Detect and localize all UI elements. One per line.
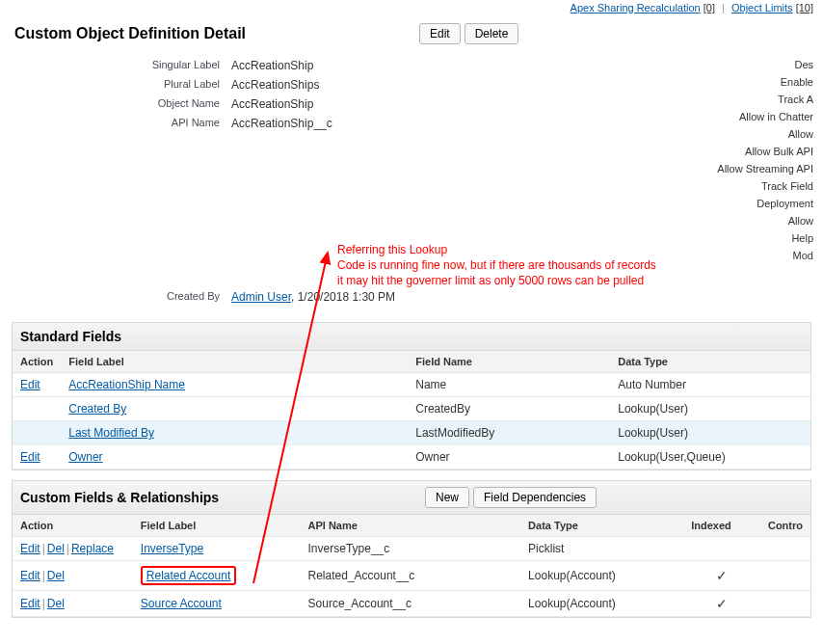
edit-link[interactable]: Edit xyxy=(20,378,40,391)
table-row: Created ByCreatedByLookup(User) xyxy=(13,397,810,421)
edit-link[interactable]: Edit xyxy=(20,450,40,464)
replace-link[interactable]: Replace xyxy=(71,542,114,555)
object-name-lbl: Object Name xyxy=(0,97,231,111)
custom-fields-title: Custom Fields & Relationships xyxy=(20,490,425,505)
field-name: CreatedBy xyxy=(408,397,610,421)
created-by-user-link[interactable]: Admin User xyxy=(231,290,291,304)
field-label-link[interactable]: InverseType xyxy=(141,542,203,555)
field-name: Owner xyxy=(408,445,610,470)
data-type: Lookup(User,Queue) xyxy=(610,445,810,470)
detail-area: Singular Label AccReationShip Plural Lab… xyxy=(0,56,823,316)
api-name: Related_Account__c xyxy=(301,561,521,591)
right-label: Track A xyxy=(717,91,823,108)
data-type: Lookup(User) xyxy=(610,421,810,445)
edit-link[interactable]: Edit xyxy=(20,542,40,555)
page-top-links: Apex Sharing Recalculation [0] | Object … xyxy=(0,0,823,15)
apex-recalc-count: [0] xyxy=(704,2,715,13)
right-label: Des xyxy=(717,56,823,73)
right-label: Deployment xyxy=(717,195,823,212)
standard-fields-title: Standard Fields xyxy=(20,329,425,344)
field-label-link[interactable]: Source Account xyxy=(141,597,222,610)
col-api-name: API Name xyxy=(301,515,521,537)
standard-fields-panel: Standard Fields Action Field Label Field… xyxy=(12,322,811,470)
created-by-date: , 1/20/2018 1:30 PM xyxy=(291,290,395,304)
edit-link[interactable]: Edit xyxy=(20,569,40,582)
data-type: Lookup(Account) xyxy=(520,561,683,591)
right-label: Allow xyxy=(717,125,823,143)
singular-label-lbl: Singular Label xyxy=(0,59,231,72)
edit-button[interactable]: Edit xyxy=(419,23,461,44)
custom-fields-table: Action Field Label API Name Data Type In… xyxy=(13,515,810,617)
col-controlling: Contro xyxy=(760,515,810,537)
col-field-label: Field Label xyxy=(61,351,408,373)
apex-recalc-link[interactable]: Apex Sharing Recalculation xyxy=(571,2,701,13)
object-limits-count: [10] xyxy=(796,2,813,13)
detail-header: Custom Object Definition Detail Edit Del… xyxy=(0,15,823,56)
separator: | xyxy=(722,2,725,13)
col-indexed: Indexed xyxy=(683,515,760,537)
del-link[interactable]: Del xyxy=(47,569,65,582)
created-by-lbl: Created By xyxy=(0,290,231,304)
page-title: Custom Object Definition Detail xyxy=(14,25,419,42)
del-link[interactable]: Del xyxy=(47,542,65,555)
right-label: Allow in Chatter xyxy=(717,108,823,125)
data-type: Lookup(Account) xyxy=(520,591,683,617)
col-action: Action xyxy=(13,515,133,537)
right-label: Allow Bulk API xyxy=(717,143,823,160)
data-type: Auto Number xyxy=(610,373,810,397)
indexed-cell: ✓ xyxy=(683,561,760,591)
indexed-cell: ✓ xyxy=(683,591,760,617)
indexed-cell xyxy=(683,537,760,561)
field-name: LastModifiedBy xyxy=(408,421,610,445)
custom-fields-panel: Custom Fields & Relationships New Field … xyxy=(12,480,811,618)
annotation-text: Referring this Lookup Code is running fi… xyxy=(337,242,800,289)
right-label: Track Field xyxy=(717,177,823,195)
api-name-lbl: API Name xyxy=(0,117,231,130)
field-dependencies-button[interactable]: Field Dependencies xyxy=(473,487,597,508)
right-label: Enable xyxy=(717,73,823,91)
table-row: EditAccReationShip NameNameAuto Number xyxy=(13,373,810,397)
field-label-link[interactable]: AccReationShip Name xyxy=(68,378,185,391)
delete-button[interactable]: Delete xyxy=(465,23,519,44)
right-column: Des Enable Track A Allow in Chatter Allo… xyxy=(717,56,823,264)
standard-fields-table: Action Field Label Field Name Data Type … xyxy=(13,351,810,470)
object-limits-link[interactable]: Object Limits xyxy=(731,2,793,13)
plural-label-lbl: Plural Label xyxy=(0,78,231,92)
col-data-type: Data Type xyxy=(520,515,683,537)
col-data-type: Data Type xyxy=(610,351,810,373)
data-type: Picklist xyxy=(520,537,683,561)
api-name: Source_Account__c xyxy=(301,591,521,617)
api-name: InverseType__c xyxy=(301,537,521,561)
data-type: Lookup(User) xyxy=(610,397,810,421)
edit-link[interactable]: Edit xyxy=(20,597,40,610)
del-link[interactable]: Del xyxy=(47,597,65,610)
field-label-link[interactable]: Last Modified By xyxy=(68,426,154,440)
table-row: Edit|Del|ReplaceInverseTypeInverseType__… xyxy=(13,537,810,561)
table-row: Edit|DelSource AccountSource_Account__cL… xyxy=(13,591,810,617)
new-field-button[interactable]: New xyxy=(425,487,469,508)
field-label-link[interactable]: Created By xyxy=(68,402,126,416)
col-field-label: Field Label xyxy=(133,515,301,537)
field-label-link[interactable]: Owner xyxy=(68,450,102,464)
col-action: Action xyxy=(13,351,61,373)
table-row: EditOwnerOwnerLookup(User,Queue) xyxy=(13,445,810,470)
right-label: Allow Streaming API xyxy=(717,160,823,177)
right-label: Allow xyxy=(717,212,823,229)
col-field-name: Field Name xyxy=(408,351,610,373)
table-row: Last Modified ByLastModifiedByLookup(Use… xyxy=(13,421,810,445)
table-row: Edit|DelRelated AccountRelated_Account__… xyxy=(13,561,810,591)
field-label-link[interactable]: Related Account xyxy=(146,569,230,582)
field-name: Name xyxy=(408,373,610,397)
